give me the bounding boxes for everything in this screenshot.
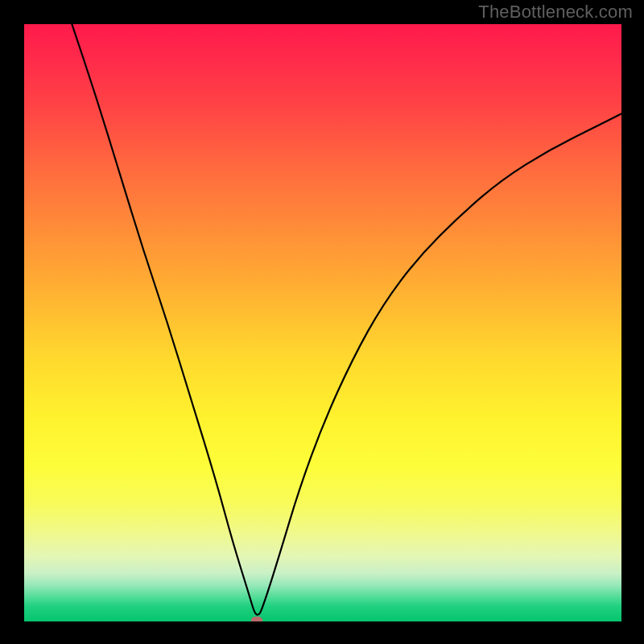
chart-frame: TheBottleneck.com [0, 0, 644, 644]
bottleneck-curve [24, 24, 621, 621]
minimum-marker [251, 617, 262, 621]
plot-area [24, 24, 621, 621]
watermark-text: TheBottleneck.com [478, 2, 633, 23]
